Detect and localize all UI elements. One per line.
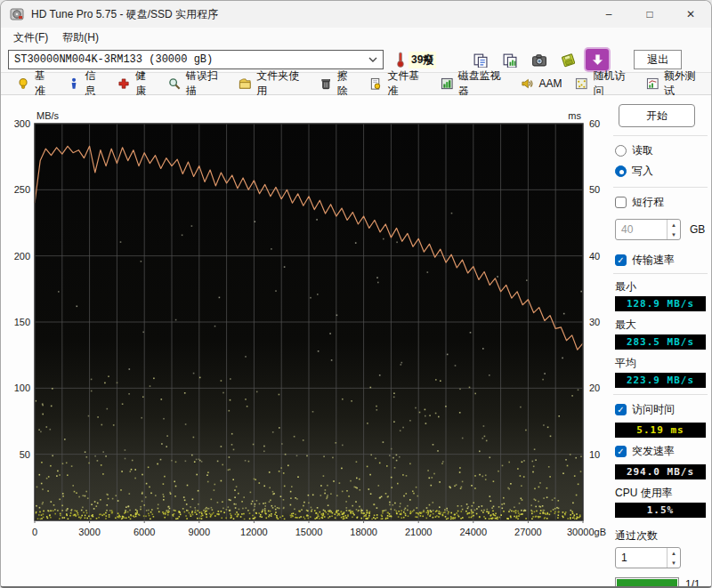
benchmark-chart: MB/sms3002502001501005060504030201003000… xyxy=(1,95,611,588)
error-scan-icon xyxy=(168,77,182,91)
write-radio[interactable] xyxy=(615,165,627,177)
folder-icon xyxy=(239,77,252,91)
read-label: 读取 xyxy=(632,143,653,158)
svg-text:50: 50 xyxy=(589,184,600,195)
start-button[interactable]: 开始 xyxy=(619,104,695,127)
svg-text:50: 50 xyxy=(20,449,30,460)
cpu-usage-value: 1.5% xyxy=(615,503,706,518)
pass-count-stepper[interactable]: 1 ▲▼ xyxy=(615,547,681,568)
svg-text:21000: 21000 xyxy=(405,527,433,537)
svg-text:27000: 27000 xyxy=(514,527,542,537)
chevron-down-icon xyxy=(368,57,377,62)
camera-icon xyxy=(531,52,546,68)
burst-rate-option[interactable]: ✓ 突发速率 xyxy=(615,444,708,459)
read-option[interactable]: 读取 xyxy=(615,143,708,158)
svg-text:0: 0 xyxy=(32,527,37,537)
short-stroke-option[interactable]: 短行程 xyxy=(615,195,708,210)
write-option[interactable]: 写入 xyxy=(615,164,708,179)
write-label: 写入 xyxy=(632,164,653,179)
burst-rate-value: 294.0 MB/s xyxy=(615,464,706,479)
svg-text:30: 30 xyxy=(589,317,600,327)
svg-text:15000: 15000 xyxy=(295,527,323,537)
tab-label: 文件夹使用 xyxy=(256,68,306,99)
menu-file[interactable]: 文件(F) xyxy=(6,28,55,47)
progress-bar xyxy=(615,577,679,588)
transfer-rate-label: 传输速率 xyxy=(632,253,675,268)
max-value: 283.5 MB/s xyxy=(615,334,706,350)
min-value: 128.9 MB/s xyxy=(615,296,706,311)
save-icon xyxy=(561,52,576,68)
access-time-option[interactable]: ✓ 访问时间 xyxy=(615,402,708,417)
maximize-button[interactable]: □ xyxy=(629,1,670,28)
pass-count-value: 1 xyxy=(616,548,667,568)
access-time-value: 5.19 ms xyxy=(615,423,706,438)
burst-rate-checkbox[interactable]: ✓ xyxy=(615,446,627,457)
tab-label: 错误扫描 xyxy=(186,68,225,99)
svg-text:24000: 24000 xyxy=(460,527,488,537)
transfer-rate-checkbox[interactable]: ✓ xyxy=(615,254,627,266)
tab-label: 健康 xyxy=(135,68,155,99)
tab-label: 擦除 xyxy=(337,68,357,99)
svg-text:150: 150 xyxy=(14,317,30,327)
minimize-button[interactable]: – xyxy=(588,1,629,28)
tab-label: 额外测试 xyxy=(664,68,703,99)
camera-icon-button[interactable] xyxy=(527,49,550,70)
access-time-checkbox[interactable]: ✓ xyxy=(615,404,627,415)
right-axis-unit: ms xyxy=(568,110,581,121)
progress-row: 1/1 xyxy=(615,577,708,588)
content: MB/sms3002502001501005060504030201003000… xyxy=(1,95,712,588)
capacity-spin-arrows[interactable]: ▲▼ xyxy=(667,220,680,239)
temperature-indicator: 39癈 xyxy=(396,52,436,68)
progress-label: 1/1 xyxy=(685,578,700,588)
tabbar: 基准信息健康错误扫描文件夹使用擦除文件基准磁盘监视器AAM随机访问额外测试 xyxy=(1,72,711,95)
divider xyxy=(613,187,708,188)
tab-label: 随机访问 xyxy=(593,68,632,99)
cpu-usage-label: CPU 使用率 xyxy=(615,486,708,501)
erase-icon xyxy=(320,77,333,91)
svg-text:10: 10 xyxy=(589,449,600,460)
svg-text:200: 200 xyxy=(14,251,30,262)
burst-rate-label: 突发速率 xyxy=(632,444,675,459)
min-label: 最小 xyxy=(615,279,708,294)
app-icon xyxy=(10,7,24,21)
file-benchmark-icon xyxy=(369,77,383,91)
titlebar: HD Tune Pro 5.75 - 硬盘/SSD 实用程序 – □ ✕ xyxy=(1,1,711,28)
menubar: 文件(F)帮助(H) xyxy=(1,28,711,47)
tab-label: AAM xyxy=(538,77,562,90)
tab-label: 磁盘监视器 xyxy=(458,68,508,99)
benchmark-chart-svg: MB/sms3002502001501005060504030201003000… xyxy=(1,95,611,588)
close-button[interactable]: ✕ xyxy=(670,1,711,28)
svg-text:300: 300 xyxy=(14,118,30,129)
transfer-rate-option[interactable]: ✓ 传输速率 xyxy=(615,253,708,268)
svg-text:9000: 9000 xyxy=(189,527,210,537)
divider xyxy=(613,135,708,136)
divider xyxy=(613,273,708,274)
short-stroke-label: 短行程 xyxy=(632,195,664,210)
tab-aam[interactable]: AAM xyxy=(515,76,570,93)
svg-text:12000: 12000 xyxy=(240,527,268,537)
tab-label: 基准 xyxy=(35,68,54,99)
svg-text:3000: 3000 xyxy=(78,527,100,537)
copy-chart-icon xyxy=(502,52,517,68)
info-icon xyxy=(68,77,81,91)
menu-help[interactable]: 帮助(H) xyxy=(55,28,106,47)
extra-tests-icon xyxy=(646,77,659,91)
avg-label: 平均 xyxy=(615,356,708,371)
short-stroke-checkbox[interactable] xyxy=(615,197,627,208)
random-access-icon xyxy=(575,77,588,91)
svg-text:18000: 18000 xyxy=(350,527,377,537)
svg-text:6000: 6000 xyxy=(134,527,155,537)
capacity-stepper[interactable]: 40 ▲▼ xyxy=(615,219,681,240)
pass-count-spin-arrows[interactable]: ▲▼ xyxy=(667,548,680,568)
read-radio[interactable] xyxy=(615,145,627,157)
svg-text:40: 40 xyxy=(589,251,600,262)
svg-text:250: 250 xyxy=(14,184,30,195)
benchmark-icon xyxy=(17,77,30,91)
capacity-value: 40 xyxy=(616,220,667,239)
divider xyxy=(613,394,708,395)
health-icon xyxy=(117,77,131,91)
svg-text:20: 20 xyxy=(589,383,600,393)
drive-select-value: ST30000NM004K-3RM133 (30000 gB) xyxy=(14,53,368,66)
capacity-unit: GB xyxy=(690,223,705,236)
svg-text:100: 100 xyxy=(14,383,30,393)
